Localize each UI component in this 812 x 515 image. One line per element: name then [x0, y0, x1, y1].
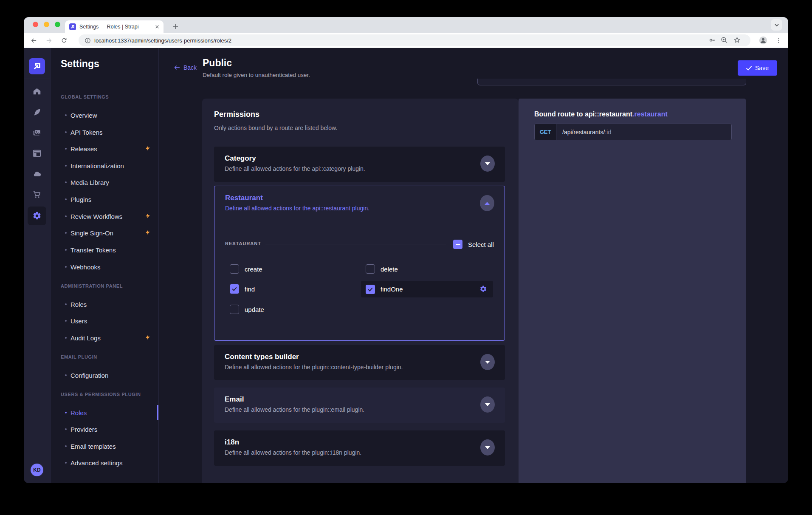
back-icon[interactable] [28, 35, 39, 46]
content-type-builder-icon[interactable] [32, 149, 42, 160]
permissions-title: Permissions [214, 110, 259, 119]
section-administration-panel: ADMINISTRATION PANEL [61, 283, 123, 289]
description-field-bottom[interactable] [477, 79, 746, 85]
tab-close-icon[interactable] [155, 23, 159, 31]
checkbox-delete[interactable]: delete [366, 264, 398, 274]
sidebar-item-up-roles[interactable]: Roles [65, 408, 87, 417]
marketplace-cart-icon[interactable] [32, 190, 42, 201]
chevron-down-icon[interactable] [480, 156, 495, 172]
checkbox-findone-selected-row[interactable]: findOne [361, 281, 493, 297]
tab-strip: Settings — Roles | Strapi [24, 17, 788, 33]
permissions-panel: Permissions Only actions bound by a rout… [202, 99, 519, 483]
main-content: Back Public Default role given to unauth… [159, 48, 788, 483]
sidebar-item-internationalization[interactable]: Internationalization [65, 161, 124, 170]
checkbox-find[interactable]: find [230, 284, 255, 294]
checked-checkbox-icon[interactable] [366, 285, 375, 294]
select-all-checkbox[interactable]: Select all [453, 240, 494, 249]
settings-nav-title: Settings [61, 58, 99, 70]
lightning-icon [145, 145, 151, 153]
accordion-restaurant: Restaurant Define all allowed actions fo… [214, 186, 505, 341]
section-users-permissions-plugin: USERS & PERMISSIONS PLUGIN [61, 392, 141, 397]
save-button[interactable]: Save [738, 60, 777, 76]
sidebar-item-single-sign-on[interactable]: Single Sign-On [65, 229, 113, 237]
home-icon[interactable] [32, 87, 42, 98]
sidebar-item-transfer-tokens[interactable]: Transfer Tokens [65, 246, 116, 254]
sidebar-item-releases[interactable]: Releases [65, 144, 97, 153]
accordion-category[interactable]: Category Define all allowed actions for … [214, 147, 505, 182]
user-avatar[interactable]: KD [31, 464, 43, 476]
accordion-restaurant-title[interactable]: Restaurant [225, 194, 263, 202]
strapi-logo[interactable] [29, 58, 45, 74]
chevron-down-icon[interactable] [480, 396, 495, 413]
unchecked-checkbox-icon[interactable] [230, 305, 239, 314]
strapi-admin-app: KD Settings GLOBAL SETTINGS Overview API… [24, 48, 788, 483]
sidebar-item-webhooks[interactable]: Webhooks [65, 263, 101, 271]
bookmark-star-icon[interactable] [733, 36, 741, 46]
browser-toolbar: localhost:1337/admin/settings/users-perm… [24, 33, 788, 48]
lightning-icon [145, 334, 151, 342]
sidebar-item-review-workflows[interactable]: Review Workflows [65, 212, 122, 221]
profile-avatar-icon[interactable] [758, 35, 769, 46]
sidebar-item-advanced-settings[interactable]: Advanced settings [65, 458, 123, 467]
lightning-icon [145, 229, 151, 238]
route-display: GET /api/restaurants/:id [534, 124, 732, 140]
indeterminate-checkbox-icon[interactable] [453, 240, 462, 249]
sidebar-item-providers[interactable]: Providers [65, 425, 97, 433]
accordion-content-types-builder[interactable]: Content types builder Define all allowed… [214, 345, 505, 380]
zoom-window-button[interactable] [55, 22, 60, 27]
unchecked-checkbox-icon[interactable] [230, 264, 239, 274]
minimize-window-button[interactable] [44, 22, 49, 27]
password-key-icon[interactable] [708, 36, 716, 46]
sidebar-item-audit-logs[interactable]: Audit Logs [65, 334, 101, 342]
browser-window: Settings — Roles | Strapi localhost:1337… [24, 17, 788, 483]
forward-icon[interactable] [43, 35, 54, 46]
divider [265, 244, 446, 244]
unchecked-checkbox-icon[interactable] [366, 264, 375, 274]
tab-search-button[interactable] [771, 19, 782, 31]
media-library-icon[interactable] [32, 128, 42, 139]
action-settings-gear-icon[interactable] [479, 285, 487, 294]
sidebar-item-users[interactable]: Users [65, 317, 87, 325]
settings-sub-nav: Settings GLOBAL SETTINGS Overview API To… [51, 48, 159, 483]
reload-icon[interactable] [59, 35, 70, 46]
chevron-up-icon[interactable] [480, 195, 494, 211]
sidebar-item-plugins[interactable]: Plugins [65, 195, 91, 204]
sidebar-item-email-templates[interactable]: Email templates [65, 442, 116, 450]
settings-gear-nav-icon[interactable] [28, 207, 46, 225]
tab-title: Settings — Roles | Strapi [79, 24, 155, 30]
close-window-button[interactable] [33, 22, 38, 27]
bound-route-panel: Bound route to api::restaurant.restauran… [519, 99, 746, 483]
http-method-badge: GET [535, 124, 556, 140]
route-path: /api/restaurants/:id [556, 124, 731, 140]
browser-tab[interactable]: Settings — Roles | Strapi [65, 20, 164, 33]
permissions-subtitle: Only actions bound by a route are listed… [214, 125, 337, 131]
browser-menu-icon[interactable] [773, 35, 784, 46]
checkbox-update[interactable]: update [230, 305, 264, 314]
page-subtitle: Default role given to unauthenticated us… [203, 72, 310, 78]
restaurant-section-label: RESTAURANT [225, 241, 261, 246]
url-text: localhost:1337/admin/settings/users-perm… [94, 37, 231, 44]
sidebar-item-api-tokens[interactable]: API Tokens [65, 128, 103, 136]
accordion-email[interactable]: Email Define all allowed actions for the… [214, 388, 505, 423]
page-info-icon[interactable] [85, 37, 91, 44]
lightning-icon [145, 212, 151, 221]
active-item-indicator [157, 405, 158, 420]
zoom-page-icon[interactable] [720, 36, 728, 46]
checkbox-create[interactable]: create [230, 264, 262, 274]
strapi-favicon-icon [69, 23, 76, 30]
address-bar[interactable]: localhost:1337/admin/settings/users-perm… [79, 34, 750, 46]
bound-route-title: Bound route to api::restaurant.restauran… [534, 110, 668, 118]
sidebar-item-admin-roles[interactable]: Roles [65, 300, 87, 308]
cloud-icon[interactable] [32, 169, 42, 181]
sidebar-item-media-library[interactable]: Media Library [65, 178, 109, 187]
accordion-i18n[interactable]: i18n Define all allowed actions for the … [214, 430, 505, 466]
sidebar-item-configuration[interactable]: Configuration [65, 371, 108, 379]
chevron-down-icon[interactable] [480, 354, 495, 370]
sidebar-item-overview[interactable]: Overview [65, 111, 97, 119]
content-manager-feather-icon[interactable] [32, 108, 42, 119]
main-icon-nav: KD [24, 48, 51, 483]
new-tab-button[interactable] [170, 21, 181, 32]
back-link[interactable]: Back [173, 64, 197, 71]
checked-checkbox-icon[interactable] [230, 284, 239, 294]
chevron-down-icon[interactable] [480, 439, 495, 456]
